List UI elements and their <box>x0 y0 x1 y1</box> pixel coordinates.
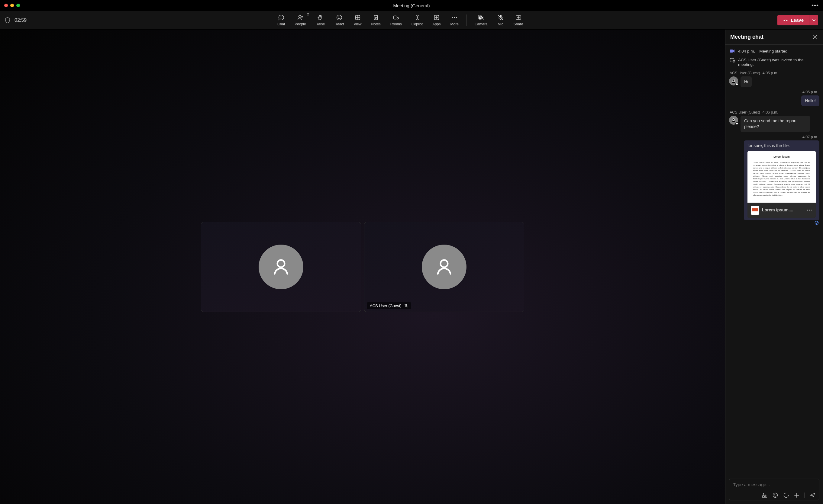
window-controls <box>4 4 20 7</box>
svg-point-3 <box>338 17 339 17</box>
meeting-timer-area: 02:59 <box>5 17 27 23</box>
toolbar-label: Share <box>514 22 523 26</box>
file-preview: Lorem ipsum Lorem ipsum dolor sit amet, … <box>748 151 816 202</box>
fullscreen-window[interactable] <box>16 4 20 7</box>
participant-name-label: ACS User (Guest) <box>367 302 411 309</box>
svg-point-9 <box>452 17 453 18</box>
content-area: ACS User (Guest) Meeting chat 4:04 p.m. … <box>0 30 823 504</box>
message-bubble[interactable]: for sure, this is the file: Lorem ipsum … <box>744 141 819 220</box>
more-icon <box>451 14 458 21</box>
apps-icon <box>433 14 440 21</box>
chat-icon <box>278 14 285 21</box>
close-panel-button[interactable] <box>813 34 818 40</box>
leave-button[interactable]: Leave <box>777 15 809 25</box>
toolbar-label: Rooms <box>390 22 402 26</box>
person-icon <box>731 78 736 83</box>
message-input[interactable] <box>733 482 815 487</box>
sender-avatar[interactable] <box>729 116 738 125</box>
people-icon <box>297 14 304 21</box>
video-stage: ACS User (Guest) <box>0 30 725 504</box>
toolbar-view[interactable]: View <box>349 13 366 27</box>
titlebar: Meeting (General) ••• <box>0 0 823 11</box>
calendar-add-icon <box>729 58 735 67</box>
meeting-timer: 02:59 <box>14 17 27 23</box>
toolbar-rooms[interactable]: Rooms <box>385 13 407 27</box>
message-time: 4:07 p.m. <box>802 135 818 139</box>
mic-muted-icon <box>404 303 408 308</box>
sender-avatar[interactable] <box>729 76 738 85</box>
message-bubble[interactable]: Hello! <box>801 95 819 106</box>
separator <box>804 493 805 498</box>
participant-tile-guest[interactable]: ACS User (Guest) <box>364 222 524 312</box>
shield-icon[interactable] <box>5 17 10 23</box>
powerpoint-file-icon <box>751 206 759 215</box>
message-bubble[interactable]: Can you send me the report please? <box>740 116 810 132</box>
message-text: for sure, this is the file: <box>748 143 816 149</box>
message-bubble[interactable]: Hi <box>740 76 752 87</box>
toolbar-label: Copilot <box>412 22 423 26</box>
toolbar-notes[interactable]: Notes <box>366 13 385 27</box>
send-button[interactable] <box>809 492 815 498</box>
svg-point-27 <box>774 494 775 495</box>
svg-point-25 <box>815 221 818 224</box>
leave-button-group: Leave <box>777 15 818 25</box>
raise-hand-icon <box>317 14 324 21</box>
people-count: 2 <box>307 12 309 16</box>
svg-point-21 <box>733 118 734 120</box>
add-icon[interactable] <box>794 493 799 498</box>
emoji-icon <box>336 14 343 21</box>
grid-icon <box>354 14 361 21</box>
file-preview-body: Lorem ipsum dolor sit amet, consectetur … <box>753 161 810 197</box>
toolbar-camera[interactable]: Camera <box>470 13 492 27</box>
toolbar-people[interactable]: 2 People <box>290 13 311 27</box>
presence-dot <box>735 83 738 86</box>
notes-icon <box>372 14 379 21</box>
minimize-window[interactable] <box>10 4 14 7</box>
toolbar-label: Notes <box>371 22 380 26</box>
svg-point-0 <box>299 15 301 17</box>
presence-dot <box>735 122 738 125</box>
meeting-toolbar: 02:59 Chat 2 People Raise React <box>0 11 823 30</box>
toolbar-apps[interactable]: Apps <box>428 13 445 27</box>
toolbar-label: Mic <box>498 22 503 26</box>
svg-point-2 <box>337 15 342 20</box>
person-icon <box>731 118 736 122</box>
compose-box[interactable] <box>729 479 819 500</box>
titlebar-more-icon[interactable]: ••• <box>812 2 819 9</box>
toolbar-share[interactable]: Share <box>509 13 528 27</box>
file-attachment[interactable]: Lorem ipsum Lorem ipsum dolor sit amet, … <box>748 151 816 217</box>
toolbar-label: View <box>354 22 362 26</box>
hangup-icon <box>783 17 788 23</box>
leave-caret[interactable] <box>809 15 818 25</box>
chevron-down-icon <box>812 18 816 22</box>
loop-icon[interactable] <box>783 492 789 498</box>
format-icon[interactable] <box>761 493 768 498</box>
toolbar-label: React <box>334 22 344 26</box>
close-window[interactable] <box>4 4 8 7</box>
rooms-icon <box>393 14 399 21</box>
toolbar-label: Apps <box>432 22 441 26</box>
avatar-placeholder <box>259 245 303 289</box>
toolbar-chat[interactable]: Chat <box>273 13 290 27</box>
message-incoming: Can you send me the report please? <box>729 116 819 132</box>
toolbar-label: Raise <box>316 22 325 26</box>
svg-point-4 <box>340 17 340 17</box>
message-meta: ACS User (Guest) 4:06 p.m. <box>729 110 819 114</box>
system-event-text: ACS User (Guest) was invited to the meet… <box>738 58 819 67</box>
system-event-meeting-started: 4:04 p.m. Meeting started <box>729 48 819 55</box>
emoji-icon[interactable] <box>772 492 778 498</box>
toolbar-raise[interactable]: Raise <box>311 13 330 27</box>
svg-point-10 <box>454 17 455 18</box>
toolbar-react[interactable]: React <box>330 13 349 27</box>
toolbar-copilot[interactable]: Copilot <box>407 13 428 27</box>
file-more-button[interactable] <box>807 209 812 211</box>
camera-off-icon <box>478 14 484 21</box>
file-info-bar: Lorem ipsum.... <box>748 203 816 218</box>
message-outgoing-with-file: 4:07 p.m. for sure, this is the file: Lo… <box>729 135 819 225</box>
avatar-placeholder <box>422 245 467 289</box>
participant-tile-self[interactable] <box>201 222 361 312</box>
chat-panel-title: Meeting chat <box>730 34 764 40</box>
svg-point-24 <box>811 210 812 211</box>
toolbar-mic[interactable]: Mic <box>492 13 509 27</box>
toolbar-more[interactable]: More <box>446 13 464 27</box>
